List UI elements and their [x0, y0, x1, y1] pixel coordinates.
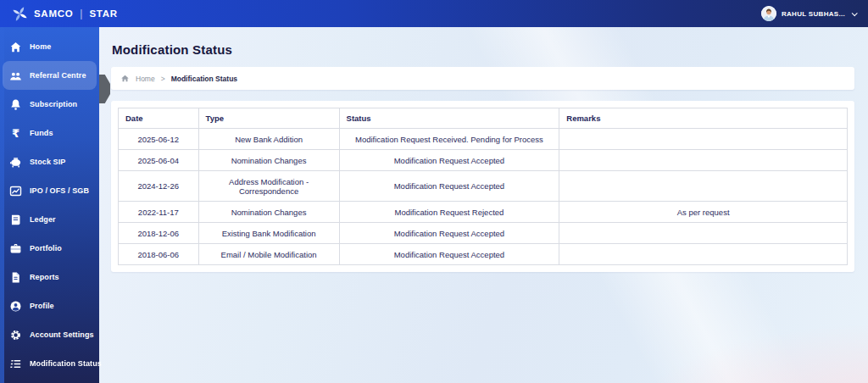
bell-icon [9, 98, 22, 111]
cell-remarks [559, 150, 848, 171]
cell-status: Modification Request Accepted [339, 223, 559, 244]
table-row: 2024-12-26Address Modification - Corresp… [119, 171, 848, 202]
cell-status: Modification Request Rejected [339, 202, 559, 223]
cell-remarks [559, 171, 848, 202]
sidebar-item-label: IPO / OFS / SGB [30, 186, 89, 195]
line-chart-icon [9, 185, 22, 197]
sidebar-item-account-settings[interactable]: Account Settings [0, 320, 99, 349]
cell-status: Modification Request Received. Pending f… [339, 129, 559, 150]
column-header-status: Status [339, 108, 559, 129]
cell-date: 2018-12-06 [119, 223, 199, 244]
sidebar-item-label: Ledger [30, 215, 56, 224]
cell-type: Address Modification - Correspondence [198, 171, 339, 202]
briefcase-icon [9, 242, 22, 255]
document-icon [9, 271, 22, 284]
sidebar-collapse-handle[interactable] [99, 75, 110, 103]
sidebar-item-funds[interactable]: ₹Funds [0, 119, 99, 147]
table-header-row: DateTypeStatusRemarks [119, 108, 848, 129]
column-header-type: Type [198, 108, 339, 129]
cell-type: Email / Mobile Modification [198, 244, 339, 265]
brand-product: STAR [89, 8, 117, 19]
user-menu[interactable]: RAHUL SUBHAS... [761, 6, 856, 21]
sidebar-item-label: Home [30, 42, 51, 51]
sidebar: HomeReferral CentreSubscription₹FundsSto… [0, 27, 99, 383]
sidebar-item-subscription[interactable]: Subscription [0, 90, 99, 119]
sidebar-nav-list: HomeReferral CentreSubscription₹FundsSto… [0, 27, 99, 378]
modification-table-card: DateTypeStatusRemarks 2025-06-12New Bank… [111, 101, 854, 272]
svg-text:₹: ₹ [12, 127, 19, 140]
brand-logo[interactable]: SAMCO | STAR [12, 6, 118, 22]
sidebar-item-label: Reports [30, 273, 59, 281]
breadcrumb-home-link[interactable]: Home [136, 75, 155, 83]
table-row: 2025-06-12New Bank AdditionModification … [119, 129, 848, 150]
sidebar-item-profile[interactable]: Profile [0, 291, 99, 320]
table-row: 2018-12-06Existing Bank ModificationModi… [119, 223, 848, 244]
cell-type: Existing Bank Modification [198, 223, 339, 244]
cell-type: New Bank Addition [198, 129, 339, 150]
modification-table: DateTypeStatusRemarks 2025-06-12New Bank… [118, 108, 848, 265]
main-content: Modification Status Home > Modification … [99, 27, 868, 383]
brand-divider: | [80, 8, 82, 19]
brand-name: SAMCO [34, 8, 73, 19]
sidebar-item-label: Modification Status [30, 359, 102, 368]
breadcrumb-separator: > [161, 75, 165, 83]
checklist-icon [9, 358, 22, 370]
sidebar-item-label: Portfolio [30, 244, 62, 253]
sidebar-item-label: Account Settings [30, 330, 94, 339]
table-row: 2022-11-17Nomination ChangesModification… [119, 202, 848, 223]
cell-status: Modification Request Accepted [339, 244, 559, 265]
home-icon [9, 41, 22, 53]
gear-icon [9, 329, 22, 341]
sidebar-item-label: Subscription [30, 100, 77, 108]
book-icon [9, 214, 22, 226]
home-icon [120, 74, 130, 83]
samco-logo-icon [12, 6, 28, 22]
cell-date: 2018-06-06 [119, 244, 199, 265]
cell-remarks [559, 129, 848, 150]
sidebar-item-stock-sip[interactable]: Stock SIP [0, 147, 99, 176]
sidebar-item-label: Funds [30, 129, 53, 137]
sidebar-item-modification-status[interactable]: Modification Status [0, 349, 99, 378]
cell-type: Nomination Changes [198, 202, 339, 223]
person-circle-icon [9, 300, 22, 313]
cell-remarks [559, 223, 848, 244]
sidebar-item-reports[interactable]: Reports [0, 263, 99, 291]
sidebar-item-home[interactable]: Home [0, 32, 99, 61]
sidebar-item-portfolio[interactable]: Portfolio [0, 234, 99, 263]
cell-date: 2025-06-04 [119, 150, 199, 171]
sidebar-item-referral-centre[interactable]: Referral Centre [3, 61, 97, 90]
cell-type: Nomination Changes [198, 150, 339, 171]
column-header-date: Date [119, 108, 199, 129]
referral-people-icon [9, 69, 22, 82]
sidebar-item-ipo-ofs-sgb[interactable]: IPO / OFS / SGB [0, 176, 99, 205]
sidebar-item-label: Referral Centre [30, 71, 86, 80]
cell-status: Modification Request Accepted [339, 171, 559, 202]
piggy-bank-icon [9, 156, 22, 169]
user-name: RAHUL SUBHAS... [782, 10, 845, 18]
sidebar-item-ledger[interactable]: Ledger [0, 205, 99, 234]
page-title: Modification Status [112, 42, 854, 57]
chevron-down-icon [852, 10, 858, 16]
rupee-icon: ₹ [9, 127, 22, 140]
table-row: 2025-06-04Nomination ChangesModification… [119, 150, 848, 171]
breadcrumb-current: Modification Status [171, 75, 237, 83]
cell-date: 2024-12-26 [119, 171, 199, 202]
cell-status: Modification Request Accepted [339, 150, 559, 171]
sidebar-item-label: Stock SIP [30, 158, 65, 166]
cell-remarks: As per request [559, 202, 848, 223]
table-row: 2018-06-06Email / Mobile ModificationMod… [119, 244, 848, 265]
topbar: SAMCO | STAR RAHUL SUBHAS... [0, 0, 868, 27]
cell-date: 2022-11-17 [119, 202, 199, 223]
cell-remarks [559, 244, 848, 265]
column-header-remarks: Remarks [559, 108, 848, 129]
avatar [761, 6, 776, 21]
breadcrumb: Home > Modification Status [111, 67, 854, 90]
sidebar-item-label: Profile [30, 302, 54, 310]
cell-date: 2025-06-12 [119, 129, 199, 150]
